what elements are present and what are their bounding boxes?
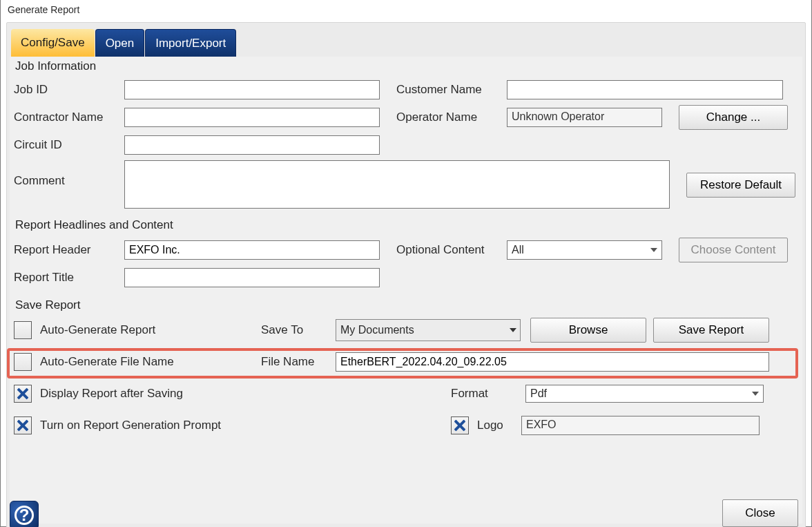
tab-config-save[interactable]: Config/Save (11, 29, 95, 59)
dialog-body: Config/Save Open Import/Export Job Infor… (6, 22, 806, 527)
logo-label: Logo (477, 419, 521, 432)
logo-checkbox[interactable] (451, 416, 469, 434)
config-save-panel: Job Information Job ID Customer Name Con… (10, 57, 802, 524)
report-title-label: Report Title (14, 271, 124, 285)
optional-content-value: All (512, 244, 524, 256)
job-information-group: Job Information Job ID Customer Name Con… (10, 57, 802, 214)
optional-content-label: Optional Content (396, 243, 507, 257)
contractor-name-input[interactable] (124, 108, 380, 127)
auto-generate-filename-label: Auto-Generate File Name (40, 355, 261, 369)
save-report-legend: Save Report (14, 296, 798, 314)
save-report-group: Save Report Auto-Generate Report Save To… (10, 294, 802, 445)
report-prompt-label: Turn on Report Generation Prompt (40, 419, 451, 432)
format-value: Pdf (530, 387, 547, 400)
window-title: Generate Report (1, 0, 811, 17)
job-id-label: Job ID (14, 83, 124, 97)
save-to-label: Save To (261, 323, 336, 337)
circuit-id-input[interactable] (124, 135, 380, 155)
file-name-label: File Name (261, 355, 336, 369)
operator-name-label: Operator Name (396, 111, 507, 124)
comment-label: Comment (14, 160, 124, 188)
auto-generate-filename-checkbox[interactable] (14, 353, 32, 371)
job-information-legend: Job Information (14, 57, 798, 75)
contractor-name-label: Contractor Name (14, 111, 124, 124)
file-name-input[interactable] (336, 352, 769, 372)
save-to-select[interactable]: My Documents (336, 319, 521, 341)
report-prompt-checkbox[interactable] (14, 416, 32, 434)
customer-name-input[interactable] (507, 80, 783, 99)
display-after-saving-checkbox[interactable] (14, 385, 32, 403)
circuit-id-label: Circuit ID (14, 138, 124, 152)
report-title-input[interactable] (124, 268, 380, 287)
tab-strip: Config/Save Open Import/Export (7, 23, 805, 57)
change-operator-button[interactable]: Change ... (679, 105, 788, 130)
format-select[interactable]: Pdf (525, 385, 764, 403)
operator-name-value: Unknown Operator (507, 108, 662, 127)
tab-import-export[interactable]: Import/Export (145, 29, 236, 59)
report-headlines-group: Report Headlines and Content Report Head… (10, 214, 802, 294)
save-to-value: My Documents (340, 324, 414, 336)
report-header-label: Report Header (14, 243, 124, 257)
choose-content-button: Choose Content (679, 238, 788, 262)
close-button[interactable]: Close (722, 499, 798, 527)
generate-report-window: Generate Report Config/Save Open Import/… (0, 0, 812, 527)
job-id-input[interactable] (124, 80, 380, 99)
report-header-input[interactable] (124, 240, 380, 260)
help-button[interactable]: ? (10, 501, 39, 527)
comment-input[interactable] (124, 160, 670, 209)
logo-value: EXFO (521, 416, 760, 435)
display-after-saving-label: Display Report after Saving (40, 387, 451, 401)
format-label: Format (451, 387, 525, 401)
auto-generate-report-label: Auto-Generate Report (40, 323, 261, 337)
browse-button[interactable]: Browse (530, 318, 646, 343)
save-report-button[interactable]: Save Report (653, 318, 769, 343)
customer-name-label: Customer Name (396, 83, 507, 97)
tab-open[interactable]: Open (95, 29, 145, 59)
help-icon: ? (14, 506, 34, 525)
auto-generate-report-checkbox[interactable] (14, 321, 32, 339)
optional-content-select[interactable]: All (507, 240, 662, 260)
restore-default-button[interactable]: Restore Default (686, 173, 795, 198)
report-headlines-legend: Report Headlines and Content (14, 215, 798, 233)
